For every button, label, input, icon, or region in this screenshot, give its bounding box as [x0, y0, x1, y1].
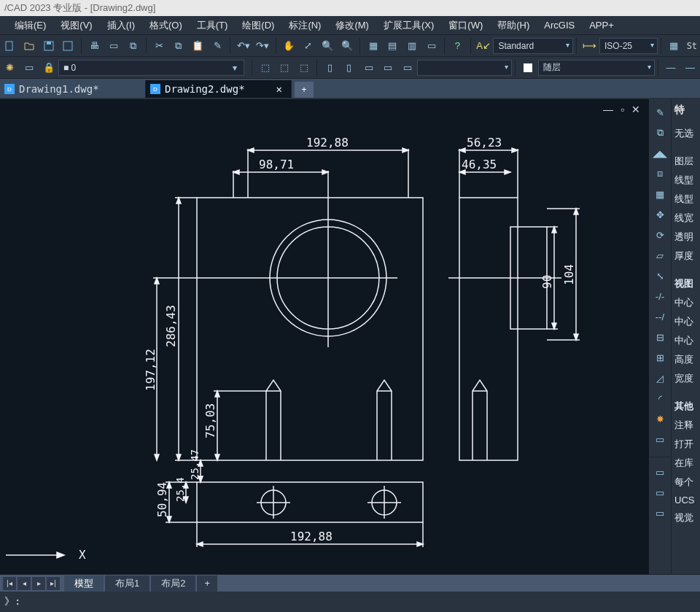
tool-extra-3-icon[interactable]: ▭: [650, 503, 669, 522]
pan-icon[interactable]: ✋: [281, 37, 298, 55]
tab-model[interactable]: 模型: [64, 576, 104, 592]
dsgn-icon[interactable]: ▤: [384, 37, 401, 55]
scale-icon[interactable]: ▱: [650, 246, 669, 265]
props-lweight[interactable]: 线宽: [672, 209, 700, 228]
erase-icon[interactable]: ✎: [650, 103, 669, 122]
vp-icon3[interactable]: ▭: [360, 59, 377, 77]
menu-ext[interactable]: 扩展工具(X): [378, 17, 440, 34]
zoom-win-icon[interactable]: 🔍: [319, 37, 336, 55]
props-icon[interactable]: ▦: [365, 37, 381, 55]
color-combo[interactable]: 随层: [538, 60, 655, 76]
tab-add-layout[interactable]: +: [197, 576, 217, 592]
copy-obj-icon[interactable]: ⧉: [650, 123, 669, 142]
menu-view[interactable]: 视图(V): [55, 17, 98, 34]
dim-style-dropdown[interactable]: ISO-25: [599, 38, 658, 54]
menu-insert[interactable]: 插入(I): [101, 17, 141, 34]
nav-prev-icon[interactable]: ◂: [18, 577, 31, 590]
tab-layout1[interactable]: 布局1: [105, 576, 149, 592]
props-c1[interactable]: 中心: [672, 293, 700, 312]
vp-icon2[interactable]: ▯: [341, 59, 358, 77]
menu-edit[interactable]: 编辑(E): [9, 17, 52, 34]
layer-iso-icon[interactable]: ⬚: [257, 59, 273, 77]
cut-icon[interactable]: ✂: [151, 37, 168, 55]
color-swatch[interactable]: [520, 59, 537, 77]
toolpal-icon[interactable]: ▥: [404, 37, 421, 55]
props-trans[interactable]: 透明: [672, 228, 700, 247]
props-c2[interactable]: 中心: [672, 312, 700, 331]
extend-icon[interactable]: --/: [650, 307, 669, 326]
props-layer[interactable]: 图层: [672, 152, 700, 171]
layer-prev-icon[interactable]: ⬚: [276, 59, 293, 77]
props-open[interactable]: 打开: [672, 435, 700, 454]
paste-icon[interactable]: 📋: [190, 37, 206, 55]
props-viz[interactable]: 视觉: [672, 508, 700, 527]
table-style-icon[interactable]: ▦: [666, 37, 682, 55]
help-icon[interactable]: ?: [449, 37, 466, 55]
array-icon[interactable]: ▦: [650, 185, 669, 204]
dim-style-icon[interactable]: ⟼: [581, 37, 598, 55]
props-insitu[interactable]: 在库: [672, 454, 700, 473]
ltype-combo-icon[interactable]: —: [663, 59, 680, 77]
properties-panel[interactable]: 特 无选 图层 线型 线型 线宽 透明 厚度 视图 中心 中心 中心 高度 宽度…: [671, 99, 700, 574]
menu-modify[interactable]: 修改(M): [330, 17, 375, 34]
props-thick[interactable]: 厚度: [672, 247, 700, 266]
new-tab-button[interactable]: +: [295, 82, 314, 98]
layer-combo[interactable]: [58, 60, 244, 76]
tab-layout2[interactable]: 布局2: [151, 576, 195, 592]
menu-app[interactable]: APP+: [583, 18, 620, 33]
menu-tools[interactable]: 工具(T): [191, 17, 234, 34]
doc-tab-2[interactable]: D Drawing2.dwg* ✕: [146, 80, 292, 98]
match-icon[interactable]: ✎: [209, 37, 226, 55]
offset-icon[interactable]: ⧈: [650, 164, 669, 183]
print-icon[interactable]: 🖶: [86, 37, 103, 55]
viewport-combo[interactable]: [417, 60, 512, 76]
explode-icon[interactable]: ✸: [650, 409, 669, 428]
layer-flag1-icon[interactable]: ✺: [1, 59, 18, 77]
props-ucs[interactable]: UCS: [672, 492, 700, 508]
stretch-icon[interactable]: ⤡: [650, 266, 669, 285]
props-width[interactable]: 宽度: [672, 369, 700, 388]
zoom-prev-icon[interactable]: 🔍: [339, 37, 356, 55]
vp-icon4[interactable]: ▭: [380, 59, 397, 77]
copy-icon[interactable]: ⧉: [170, 37, 187, 55]
zoom-rt-icon[interactable]: ⤢: [300, 37, 316, 55]
nav-last-icon[interactable]: ▸|: [47, 577, 60, 590]
text-style-icon[interactable]: A↙: [475, 37, 492, 55]
text-style-dropdown[interactable]: Standard: [493, 38, 573, 54]
tool-extra-1-icon[interactable]: ▭: [650, 462, 669, 481]
menu-arcgis[interactable]: ArcGIS: [538, 18, 580, 33]
saveas-icon[interactable]: [60, 37, 77, 55]
props-anno[interactable]: 注释: [672, 416, 700, 435]
ltype-combo-icon2[interactable]: —: [682, 59, 699, 77]
publish-icon[interactable]: ⧉: [125, 37, 141, 55]
tool-extra-2-icon[interactable]: ▭: [650, 483, 669, 502]
redo-icon[interactable]: ↷▾: [254, 37, 271, 55]
command-line[interactable]: 》:: [0, 592, 700, 612]
vp-icon1[interactable]: ▯: [322, 59, 338, 77]
drawing-canvas[interactable]: — ▫ ✕: [0, 99, 649, 574]
props-ltype2[interactable]: 线型: [672, 190, 700, 209]
menu-help[interactable]: 帮助(H): [491, 17, 535, 34]
open-icon[interactable]: [21, 37, 38, 55]
props-c3[interactable]: 中心: [672, 331, 700, 350]
mirror-icon[interactable]: ◢◣: [650, 144, 669, 163]
props-each[interactable]: 每个: [672, 473, 700, 492]
close-tab-icon[interactable]: ✕: [269, 83, 282, 95]
lock-icon[interactable]: 🔒: [40, 59, 57, 77]
nav-next-icon[interactable]: ▸: [32, 577, 45, 590]
menu-draw[interactable]: 绘图(D): [236, 17, 280, 34]
props-height[interactable]: 高度: [672, 350, 700, 369]
menu-format[interactable]: 格式(O): [144, 17, 188, 34]
align-icon[interactable]: ▭: [650, 430, 669, 449]
join-icon[interactable]: ⊞: [650, 348, 669, 367]
rotate-icon[interactable]: ⟳: [650, 225, 669, 244]
chamfer-icon[interactable]: ◿: [650, 368, 669, 387]
fillet-icon[interactable]: ◜: [650, 389, 669, 408]
break-icon[interactable]: ⊟: [650, 328, 669, 346]
new-icon[interactable]: [1, 37, 18, 55]
trim-icon[interactable]: -/-: [650, 287, 669, 306]
calc-icon[interactable]: ▭: [423, 37, 440, 55]
nav-first-icon[interactable]: |◂: [3, 577, 16, 590]
move-icon[interactable]: ✥: [650, 205, 669, 224]
props-ltype[interactable]: 线型: [672, 171, 700, 190]
